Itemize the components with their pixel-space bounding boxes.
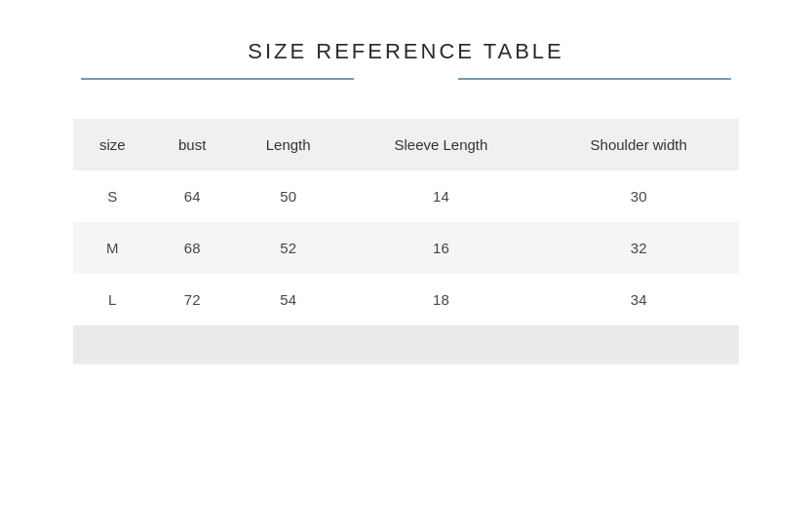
cell-sleeve-length: 18 [343,274,538,325]
cell-size: L [73,274,152,325]
cell-shoulder-width: 32 [538,222,739,274]
table-row: S64501430 [73,170,739,222]
footer-cell [73,325,152,364]
table-row: L72541834 [73,274,739,325]
cell-sleeve-length: 16 [343,222,538,274]
footer-cell [538,325,739,364]
footer-cell [233,325,344,364]
size-table-container: size bust Length Sleeve Length Shoulder … [73,119,739,364]
column-header-shoulder-width: Shoulder width [538,119,739,170]
table-footer-row [73,325,739,364]
cell-size: S [73,170,152,222]
left-decorator-line [81,78,354,80]
column-header-size: size [73,119,152,170]
footer-cell [151,325,232,364]
title-decorators [81,78,730,80]
footer-cell [343,325,538,364]
cell-size: M [73,222,152,274]
page-title: SIZE REFERENCE TABLE [248,39,563,64]
cell-bust: 72 [151,274,232,325]
cell-length: 50 [233,170,344,222]
cell-bust: 68 [151,222,232,274]
right-decorator-line [458,78,731,80]
column-header-sleeve-length: Sleeve Length [343,119,538,170]
cell-length: 52 [233,222,344,274]
cell-shoulder-width: 34 [538,274,739,325]
column-header-length: Length [233,119,344,170]
cell-shoulder-width: 30 [538,170,739,222]
title-section: SIZE REFERENCE TABLE [0,39,812,80]
cell-length: 54 [233,274,344,325]
size-reference-table: size bust Length Sleeve Length Shoulder … [73,119,739,364]
table-header-row: size bust Length Sleeve Length Shoulder … [73,119,739,170]
column-header-bust: bust [151,119,232,170]
cell-sleeve-length: 14 [343,170,538,222]
table-row: M68521632 [73,222,739,274]
cell-bust: 64 [151,170,232,222]
